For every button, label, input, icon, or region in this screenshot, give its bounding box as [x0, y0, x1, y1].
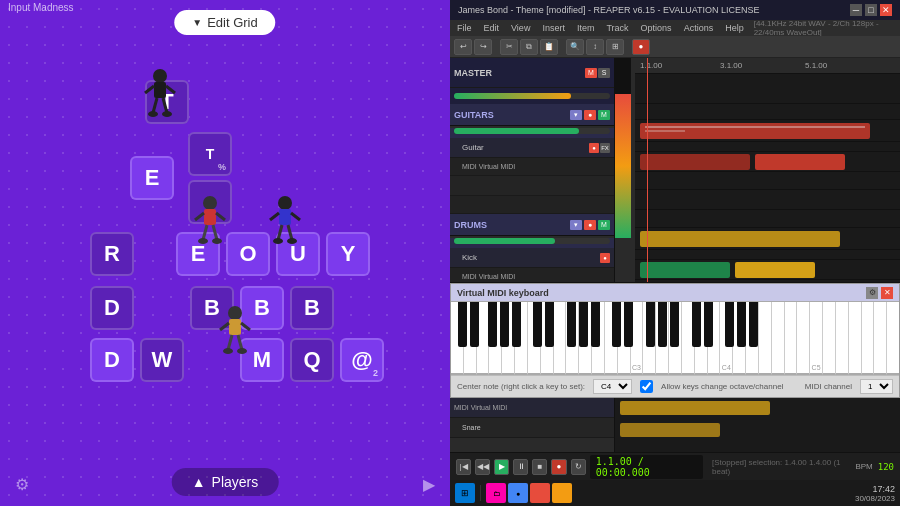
black-key-14[interactable] [658, 302, 667, 347]
black-key-19[interactable] [737, 302, 746, 347]
transport-begin[interactable]: |◀ [456, 459, 471, 475]
taskbar-app-2[interactable] [552, 483, 572, 503]
toolbar-btn-1[interactable]: ↩ [454, 39, 472, 55]
toolbar-btn-3[interactable]: ✂ [500, 39, 518, 55]
tile-at[interactable]: @2 [340, 338, 384, 382]
close-button[interactable]: ✕ [880, 4, 892, 16]
transport-stop[interactable]: ■ [532, 459, 547, 475]
bottom-track-1[interactable]: MIDI Virtual MIDI [450, 398, 614, 418]
track-midi-2[interactable]: MIDI Virtual MIDI [450, 268, 614, 282]
white-key-31[interactable] [836, 302, 849, 375]
track-kick-arm[interactable]: ● [600, 253, 610, 263]
tile-Y[interactable]: Y [326, 232, 370, 276]
track-guitars-mute[interactable]: M [598, 110, 610, 120]
center-note-select[interactable]: C4 [593, 379, 632, 394]
track-master-solo[interactable]: S [598, 68, 610, 78]
black-key-12[interactable] [624, 302, 633, 347]
track-master[interactable]: MASTER M S [450, 58, 614, 88]
tile-D1[interactable]: D [90, 286, 134, 330]
black-key-17[interactable] [704, 302, 713, 347]
black-key-13[interactable] [646, 302, 655, 347]
white-key-33[interactable] [862, 302, 875, 375]
transport-record[interactable]: ● [551, 459, 566, 475]
white-key-27[interactable] [785, 302, 798, 375]
white-key-30[interactable] [823, 302, 836, 375]
menu-track[interactable]: Track [604, 23, 630, 33]
transport-play[interactable]: ▶ [494, 459, 509, 475]
toolbar-btn-4[interactable]: ⧉ [520, 39, 538, 55]
menu-help[interactable]: Help [723, 23, 746, 33]
track-drums-arm[interactable]: ● [584, 220, 596, 230]
track-midi-1[interactable]: MIDI Virtual MIDI [450, 158, 614, 176]
tile-W[interactable]: W [140, 338, 184, 382]
black-key-1[interactable] [458, 302, 467, 347]
menu-insert[interactable]: Insert [540, 23, 567, 33]
tile-T-sub[interactable]: T% [188, 132, 232, 176]
black-key-20[interactable] [749, 302, 758, 347]
black-key-18[interactable] [725, 302, 734, 347]
allow-keys-checkbox[interactable] [640, 380, 653, 393]
taskbar-start[interactable]: ⊞ [455, 483, 475, 503]
toolbar-record-btn[interactable]: ● [632, 39, 650, 55]
track-drums-mute[interactable]: M [598, 220, 610, 230]
edit-grid-button[interactable]: ▼ Edit Grid [174, 10, 275, 35]
menu-actions[interactable]: Actions [682, 23, 716, 33]
menu-file[interactable]: File [455, 23, 474, 33]
black-key-9[interactable] [579, 302, 588, 347]
white-key-c5[interactable]: C5 [810, 302, 823, 375]
tile-R[interactable]: R [90, 232, 134, 276]
white-key-35[interactable] [887, 302, 899, 375]
white-key-9[interactable] [554, 302, 567, 375]
toolbar-btn-6[interactable]: 🔍 [566, 39, 584, 55]
maximize-button[interactable]: □ [865, 4, 877, 16]
transport-prev[interactable]: ◀◀ [475, 459, 490, 475]
track-kick[interactable]: Kick ● [450, 248, 614, 268]
players-bar[interactable]: ▲ Players [172, 468, 279, 496]
toolbar-btn-8[interactable]: ⊞ [606, 39, 624, 55]
midi-kb-settings-icon[interactable]: ⚙ [866, 287, 878, 299]
black-key-2[interactable] [470, 302, 479, 347]
toolbar-btn-5[interactable]: 📋 [540, 39, 558, 55]
midi-channel-select[interactable]: 1 [860, 379, 893, 394]
bottom-track-2[interactable]: Snare [450, 418, 614, 438]
black-key-8[interactable] [567, 302, 576, 347]
midi-kb-close-button[interactable]: ✕ [881, 287, 893, 299]
menu-item[interactable]: Item [575, 23, 597, 33]
black-key-7[interactable] [545, 302, 554, 347]
taskbar-app-1[interactable] [530, 483, 550, 503]
white-key-28[interactable] [797, 302, 810, 375]
black-key-15[interactable] [670, 302, 679, 347]
black-key-5[interactable] [512, 302, 521, 347]
track-drums-fold[interactable]: ▾ [570, 220, 582, 230]
menu-options[interactable]: Options [639, 23, 674, 33]
track-master-mute[interactable]: M [585, 68, 597, 78]
settings-button[interactable]: ⚙ [15, 475, 29, 494]
track-guitar[interactable]: Guitar ● FX [450, 138, 614, 158]
tile-O[interactable]: O [226, 232, 270, 276]
black-key-4[interactable] [500, 302, 509, 347]
menu-edit[interactable]: Edit [482, 23, 502, 33]
track-drums-header[interactable]: DRUMS ▾ ● M [450, 214, 614, 236]
tile-B3[interactable]: B [290, 286, 334, 330]
white-key-34[interactable] [874, 302, 887, 375]
transport-pause[interactable]: ⏸ [513, 459, 528, 475]
tile-D2[interactable]: D [90, 338, 134, 382]
tile-Q[interactable]: Q [290, 338, 334, 382]
white-key-26[interactable] [772, 302, 785, 375]
white-key-32[interactable] [849, 302, 862, 375]
track-guitars-header[interactable]: GUITARS ▾ ● M [450, 104, 614, 126]
menu-view[interactable]: View [509, 23, 532, 33]
black-key-11[interactable] [612, 302, 621, 347]
track-guitar-arm[interactable]: ● [589, 143, 599, 153]
black-key-10[interactable] [591, 302, 600, 347]
tile-E1[interactable]: E [130, 156, 174, 200]
arrow-right-button[interactable]: ▶ [423, 475, 435, 494]
taskbar-chrome[interactable]: ● [508, 483, 528, 503]
toolbar-btn-7[interactable]: ↕ [586, 39, 604, 55]
black-key-16[interactable] [692, 302, 701, 347]
toolbar-btn-2[interactable]: ↪ [474, 39, 492, 55]
black-key-6[interactable] [533, 302, 542, 347]
track-guitar-fx[interactable]: FX [600, 143, 610, 153]
black-key-3[interactable] [488, 302, 497, 347]
track-guitars-arm[interactable]: ● [584, 110, 596, 120]
